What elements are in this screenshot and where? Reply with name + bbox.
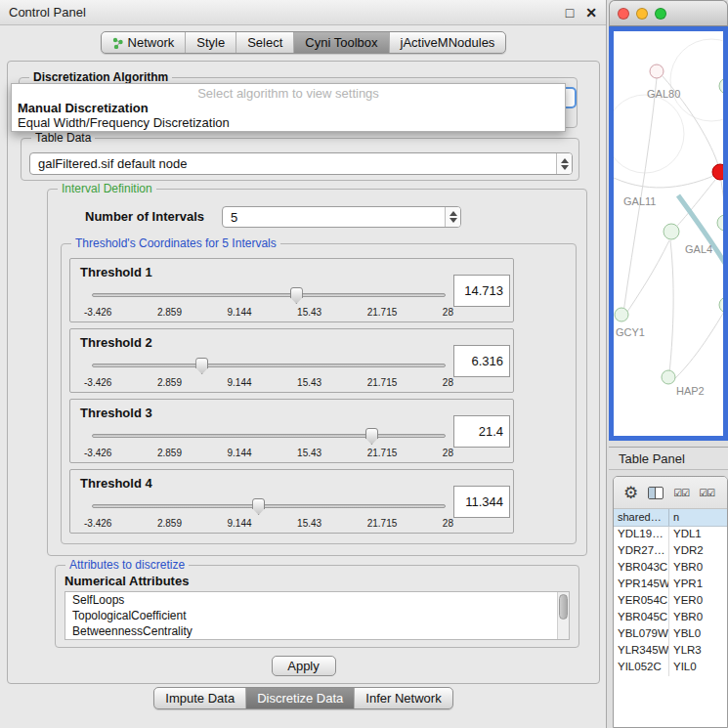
control-panel-titlebar: Control Panel □ ✕ [0, 0, 606, 25]
tab-group: NetworkStyleSelectCyni ToolboxjActiveMNo… [101, 31, 507, 54]
stepper-arrows-icon [445, 207, 460, 227]
tab-style[interactable]: Style [185, 32, 236, 53]
close-button[interactable] [618, 8, 629, 20]
tick-label: 21.715 [367, 307, 398, 318]
network-node-selected[interactable] [712, 164, 723, 180]
tab-network[interactable]: Network [102, 32, 186, 53]
network-edge [614, 176, 713, 188]
slider-track[interactable] [92, 434, 446, 438]
threshold-label: Threshold 3 [80, 406, 152, 420]
table-panel-title: Table Panel [619, 451, 685, 466]
table-row[interactable]: YDR27…YDR2 [614, 543, 727, 560]
zoom-button[interactable] [655, 8, 666, 20]
tick-label: 2.859 [157, 377, 182, 388]
slider-thumb[interactable] [252, 498, 265, 515]
table-cell: YBR0 [669, 560, 727, 577]
tab-infer-network[interactable]: Infer Network [354, 688, 451, 708]
table-data-combobox[interactable]: galFiltered.sif default node [29, 152, 573, 175]
attribute-item[interactable]: SelfLoops [65, 592, 569, 608]
table-cell: YBR0 [669, 610, 727, 626]
node-label: GAL80 [647, 88, 680, 100]
algorithm-dropdown-popup: Select algorithm to view settings Manual… [11, 83, 566, 132]
column-header[interactable]: shared… [614, 509, 669, 526]
threshold-value-field[interactable]: 11.344 [453, 486, 510, 518]
gear-icon[interactable]: ⚙ [623, 485, 638, 501]
tab-impute-data[interactable]: Impute Data [154, 688, 245, 708]
network-node[interactable] [719, 78, 723, 94]
tick-label: 9.144 [228, 518, 252, 529]
tab-cyni-toolbox[interactable]: Cyni Toolbox [293, 32, 388, 53]
columns-icon[interactable] [648, 487, 664, 499]
table-panel-window: ⚙ ☑☑ ☑☑ shared…n YDL19…YDL1YDR27…YDR2YBR… [613, 476, 728, 728]
float-window-icon[interactable]: □ [566, 5, 574, 21]
tick-label: 2.859 [157, 307, 182, 318]
slider-thumb[interactable] [290, 287, 303, 304]
table-row[interactable]: YBR043CYBR0 [614, 560, 727, 577]
attribute-item[interactable]: BetweennessCentrality [65, 623, 569, 639]
table-row[interactable]: YDL19…YDL1 [614, 527, 727, 543]
scrollbar[interactable] [557, 592, 569, 639]
numerical-attributes-list[interactable]: SelfLoopsTopologicalCoefficientBetweenne… [64, 591, 570, 640]
tab-label: Impute Data [165, 691, 235, 706]
threshold-box: Threshold 4-3.4262.8599.14415.4321.71528… [69, 469, 514, 534]
slider-track[interactable] [92, 293, 446, 297]
bottom-tab-bar: Impute DataDiscretize DataInfer Network [0, 687, 607, 709]
tab-select[interactable]: Select [236, 32, 293, 53]
tick-label: 28 [443, 307, 453, 318]
table-row[interactable]: YBR045CYBR0 [614, 610, 727, 626]
tick-label: -3.426 [84, 518, 111, 529]
apply-button[interactable]: Apply [272, 656, 336, 676]
threshold-value-field[interactable]: 14.713 [453, 275, 510, 307]
tab-label: Network [128, 35, 175, 50]
network-window-titlebar [609, 0, 728, 26]
group-label-attributes: Attributes to discretize [65, 558, 189, 572]
dropdown-option-equal-width-frequency[interactable]: Equal Width/Frequency Discretization [12, 115, 565, 130]
dropdown-option-manual-discretization[interactable]: Manual Discretization [12, 101, 565, 115]
slider-thumb[interactable] [195, 358, 208, 374]
slider-track[interactable] [92, 504, 446, 508]
threshold-slider[interactable]: -3.4262.8599.14415.4321.71528 [92, 427, 446, 445]
table-cell: YLR3 [669, 643, 727, 660]
threshold-value-field[interactable]: 6.316 [453, 345, 510, 377]
network-node[interactable] [719, 297, 723, 313]
background-circle [614, 95, 684, 173]
select-columns-icon[interactable]: ☑☑ [673, 488, 689, 498]
tick-label: -3.426 [84, 448, 111, 458]
table-cell: YPR1 [669, 577, 727, 593]
network-node[interactable] [717, 215, 723, 231]
thresholds-group: Threshold's Coordinates for 5 Intervals … [61, 243, 577, 544]
threshold-value-field[interactable]: 21.4 [453, 415, 510, 448]
tab-discretize-data[interactable]: Discretize Data [245, 688, 354, 708]
network-edge [670, 307, 723, 383]
network-node[interactable] [650, 64, 664, 78]
threshold-slider[interactable]: -3.4262.8599.14415.4321.71528 [92, 286, 446, 304]
numerical-attributes-label: Numerical Attributes [64, 574, 189, 588]
column-header[interactable]: n [669, 509, 727, 526]
table-cell: YIL052C [614, 660, 669, 676]
tab-jactivemnodules[interactable]: jActiveMNodules [389, 32, 506, 53]
threshold-slider[interactable]: -3.4262.8599.14415.4321.71528 [92, 357, 446, 374]
stepper-arrows-icon [556, 153, 572, 174]
select-rows-icon[interactable]: ☑☑ [699, 488, 714, 498]
scrollbar-thumb[interactable] [559, 594, 568, 620]
attribute-item[interactable]: TopologicalCoefficient [65, 608, 569, 623]
network-node[interactable] [615, 308, 628, 321]
network-node[interactable] [662, 370, 675, 384]
close-icon[interactable]: ✕ [585, 5, 597, 21]
threshold-label: Threshold 4 [80, 476, 152, 491]
table-row[interactable]: YLR345WYLR3 [614, 643, 727, 660]
network-canvas[interactable]: GAL80GAL11GAL4GCY1HAP2 [609, 26, 728, 441]
slider-track[interactable] [92, 364, 446, 367]
num-intervals-combobox[interactable]: 5 [222, 206, 461, 228]
slider-thumb[interactable] [365, 428, 378, 445]
table-row[interactable]: YIL052CYIL0 [614, 660, 727, 676]
minimize-button[interactable] [636, 8, 648, 20]
threshold-slider[interactable]: -3.4262.8599.14415.4321.71528 [92, 497, 446, 515]
table-row[interactable]: YPR145WYPR1 [614, 577, 727, 593]
table-row[interactable]: YBL079WYBL0 [614, 626, 727, 643]
table-cell: YDR27… [614, 543, 669, 560]
network-icon [112, 37, 123, 49]
network-node[interactable] [664, 224, 679, 239]
table-row[interactable]: YER054CYER0 [614, 593, 727, 610]
tab-group: Impute DataDiscretize DataInfer Network [153, 687, 452, 709]
